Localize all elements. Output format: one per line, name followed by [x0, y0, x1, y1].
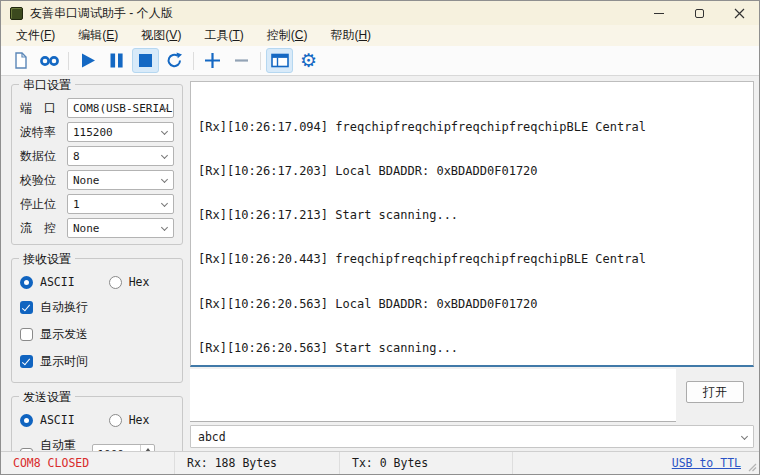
parity-select[interactable]: None — [67, 170, 174, 190]
stopbits-label: 停止位 — [20, 196, 67, 213]
zoom-in-button[interactable] — [199, 48, 226, 73]
close-button[interactable] — [719, 1, 759, 25]
auto-newline-label: 自动换行 — [40, 299, 88, 316]
log-line: [Rx][10:26:20.563] Start scanning... — [198, 341, 746, 356]
menu-edit[interactable]: 编辑(E) — [68, 25, 128, 46]
send-format-radios: ASCII Hex — [20, 413, 174, 427]
show-time-checkbox[interactable] — [20, 355, 33, 368]
parity-row: 校验位 None — [20, 170, 174, 190]
send-side-panel: 打开 — [676, 369, 754, 422]
rx-bytes-status: Rx: 188 Bytes — [175, 452, 340, 474]
serial-settings-group: 串口设置 端 口 COM8(USB-SERIAL ( 波特率 115200 数据… — [11, 84, 183, 245]
chevron-down-icon — [161, 200, 168, 207]
chevron-down-icon — [161, 176, 168, 183]
show-send-checkbox[interactable] — [20, 328, 33, 341]
port-status: COM8 CLOSED — [1, 452, 175, 474]
baudrate-label: 波特率 — [20, 124, 67, 141]
menu-tools[interactable]: 工具(T) — [194, 25, 253, 46]
plus-icon — [203, 51, 222, 70]
resize-grip[interactable] — [747, 462, 757, 472]
usb-to-ttl-link-section: USB to TTL — [660, 452, 747, 474]
auto-resend-checkbox[interactable] — [20, 448, 33, 452]
log-line: [Rx][10:26:17.203] Local BDADDR: 0xBDADD… — [198, 164, 746, 179]
stop-icon — [136, 51, 155, 70]
stopbits-row: 停止位 1 — [20, 194, 174, 214]
send-ascii-radio[interactable] — [20, 414, 33, 427]
tx-bytes-status: Tx: 0 Bytes — [340, 452, 513, 474]
zoom-out-button[interactable] — [228, 48, 255, 73]
receive-settings-title: 接收设置 — [19, 251, 75, 268]
spinner-buttons — [140, 445, 154, 451]
maximize-icon — [695, 9, 704, 18]
databits-select[interactable]: 8 — [67, 146, 174, 166]
send-row: 打开 — [190, 369, 754, 422]
menu-file[interactable]: 文件(F) — [6, 25, 65, 46]
chevron-down-icon — [161, 128, 168, 135]
usb-to-ttl-link[interactable]: USB to TTL — [672, 456, 741, 470]
toolbar-separator — [260, 52, 261, 70]
flowcontrol-row: 流 控 None — [20, 218, 174, 238]
flowcontrol-select[interactable]: None — [67, 218, 174, 238]
refresh-button[interactable] — [161, 48, 188, 73]
receive-hex-label: Hex — [129, 275, 150, 289]
window-controls — [639, 1, 759, 25]
spin-up-button[interactable] — [141, 445, 154, 451]
refresh-icon — [165, 51, 184, 70]
send-history-combo[interactable]: abcd — [190, 425, 754, 448]
receive-settings-group: 接收设置 ASCII Hex 自动换行 显示发送 — [11, 258, 183, 383]
baudrate-select[interactable]: 115200 — [67, 122, 174, 142]
port-row: 端 口 COM8(USB-SERIAL ( — [20, 98, 174, 118]
send-settings-title: 发送设置 — [19, 389, 75, 406]
receive-ascii-label: ASCII — [40, 275, 75, 289]
minimize-icon — [654, 13, 664, 14]
settings-button[interactable]: ⚙ — [295, 48, 322, 73]
stop-button[interactable] — [132, 48, 159, 73]
titlebar: 友善串口调试助手 - 个人版 — [1, 1, 759, 25]
receive-ascii-radio[interactable] — [20, 276, 33, 289]
auto-resend-value[interactable]: 1000 — [93, 445, 141, 451]
receive-log[interactable]: [Rx][10:26:17.094] freqchipfreqchipfreqc… — [190, 81, 754, 367]
auto-newline-checkbox[interactable] — [20, 301, 33, 314]
receive-format-radios: ASCII Hex — [20, 275, 174, 289]
send-hex-radio[interactable] — [109, 414, 122, 427]
chevron-down-icon — [161, 224, 168, 231]
menu-help[interactable]: 帮助(H) — [320, 25, 381, 46]
auto-resend-row: 自动重发 1000 ms — [20, 437, 174, 451]
toolbar-separator — [68, 52, 69, 70]
gear-icon: ⚙ — [300, 51, 317, 70]
log-line: [Rx][10:26:20.443] freqchipfreqchipfreqc… — [198, 252, 746, 267]
new-file-icon — [11, 51, 30, 70]
statusbar-spacer — [513, 452, 660, 474]
receive-hex-radio[interactable] — [109, 276, 122, 289]
show-send-label: 显示发送 — [40, 326, 88, 343]
serial-settings-title: 串口设置 — [19, 77, 75, 94]
parity-label: 校验位 — [20, 172, 67, 189]
minus-icon — [232, 51, 251, 70]
main-area: [Rx][10:26:17.094] freqchipfreqchipfreqc… — [190, 76, 759, 451]
menu-view[interactable]: 视图(V) — [131, 25, 191, 46]
port-select[interactable]: COM8(USB-SERIAL ( — [67, 98, 174, 118]
send-input[interactable] — [190, 369, 676, 422]
pause-button[interactable] — [103, 48, 130, 73]
menu-control[interactable]: 控制(C) — [257, 25, 318, 46]
log-line: [Rx][10:26:17.213] Start scanning... — [198, 208, 746, 223]
show-time-row: 显示时间 — [20, 353, 174, 370]
panel-view-button[interactable] — [266, 48, 293, 73]
chevron-down-icon — [741, 433, 748, 440]
new-file-button[interactable] — [7, 48, 34, 73]
auto-resend-label: 自动重发 — [40, 437, 84, 451]
send-settings-group: 发送设置 ASCII Hex 自动重发 1000 — [11, 396, 183, 451]
record-button[interactable] — [36, 48, 63, 73]
open-port-button[interactable]: 打开 — [686, 381, 744, 403]
close-icon — [734, 8, 745, 19]
send-history-value: abcd — [198, 430, 226, 444]
auto-resend-interval: 1000 — [92, 444, 156, 451]
arrow-up-icon — [145, 448, 151, 452]
play-button[interactable] — [74, 48, 101, 73]
minimize-button[interactable] — [639, 1, 679, 25]
stopbits-select[interactable]: 1 — [67, 194, 174, 214]
databits-row: 数据位 8 — [20, 146, 174, 166]
log-line: [Rx][10:26:17.094] freqchipfreqchipfreqc… — [198, 120, 746, 135]
maximize-button[interactable] — [679, 1, 719, 25]
app-window: 友善串口调试助手 - 个人版 文件(F) 编辑(E) 视图(V) 工具(T) 控… — [0, 0, 760, 475]
